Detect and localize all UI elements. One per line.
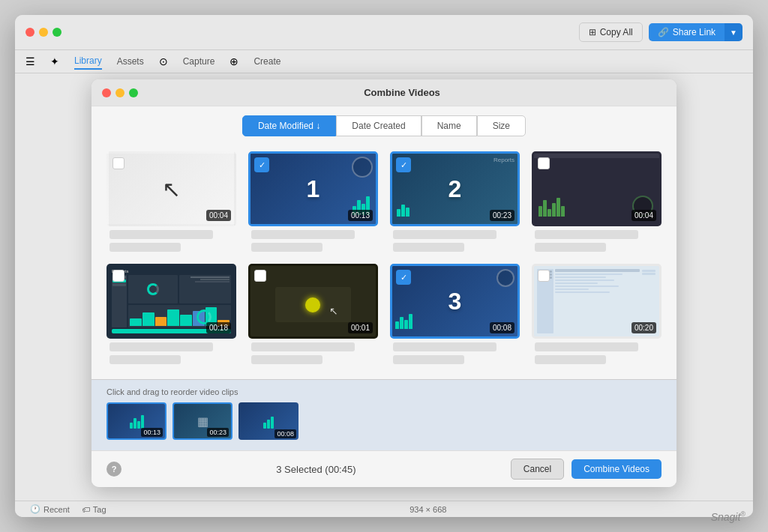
checkbox-8[interactable] — [538, 270, 550, 282]
check-7: ✓ — [396, 270, 411, 285]
selected-info: 3 Selected (00:45) — [129, 464, 503, 475]
share-link-group: 🔗 Share Link ▼ — [649, 23, 742, 41]
sort-tab-date-modified[interactable]: Date Modified ↓ — [242, 115, 336, 136]
list-item: 00:20 — [532, 264, 662, 364]
sort-tabs: Date Modified ↓ Date Created Name Size — [92, 106, 676, 144]
capture-icon[interactable]: ⊙ — [159, 55, 168, 67]
sort-tab-size[interactable]: Size — [477, 115, 526, 136]
link-icon: 🔗 — [658, 27, 669, 37]
close-button[interactable] — [26, 28, 34, 37]
video-sublabel-3 — [393, 243, 464, 252]
video-grid: ↖ 00:04 — [92, 144, 676, 379]
strip-thumb-1[interactable]: 00:13 — [106, 402, 166, 440]
video-sublabel-6 — [251, 355, 322, 364]
main-content: Combine Videos Date Modified ↓ Date Crea… — [15, 73, 753, 501]
list-item: 00:04 — [532, 151, 662, 252]
clock-icon: 🕐 — [30, 504, 40, 514]
check-3: ✓ — [396, 157, 411, 172]
strip-thumb-2[interactable]: ▦ 00:23 — [172, 402, 232, 440]
video-sublabel-5 — [110, 355, 181, 364]
app-window: ⊞ Copy All 🔗 Share Link ▼ ☰ ✦ Library As… — [15, 15, 753, 517]
nav-create[interactable]: Create — [254, 54, 280, 69]
duration-6: 00:01 — [348, 322, 373, 333]
check-2: ✓ — [254, 157, 269, 172]
modal-close[interactable] — [102, 88, 111, 97]
video-label-2 — [251, 230, 355, 239]
video-thumb-3[interactable]: Reports 2 ✓ 00:23 — [390, 151, 520, 226]
video-sublabel-7 — [393, 355, 464, 364]
help-button[interactable]: ? — [106, 462, 122, 477]
list-item: ↖ 00:04 — [106, 151, 236, 252]
strip-duration-1: 00:13 — [141, 428, 163, 437]
selected-thumbs: 00:13 ▦ 00:23 — [106, 402, 662, 440]
list-item: 1 ✓ 00:13 — [248, 151, 378, 252]
checkbox-4[interactable] — [538, 157, 550, 169]
duration-8: 00:20 — [632, 322, 656, 333]
strip-duration-2: 00:23 — [207, 428, 229, 437]
video-label-3 — [393, 230, 496, 239]
duration-4: 00:04 — [632, 210, 656, 221]
duration-2: 00:13 — [348, 210, 373, 221]
number-badge-2: 1 — [307, 175, 320, 203]
list-item: Reports 2 ✓ 00:23 — [390, 151, 520, 252]
video-label-7 — [393, 342, 496, 351]
recent-label: Recent — [44, 505, 70, 514]
video-sublabel-1 — [110, 243, 181, 252]
copy-icon: ⊞ — [589, 27, 596, 37]
combine-videos-button[interactable]: Combine Videos — [572, 459, 662, 479]
nav-library[interactable]: Library — [74, 53, 102, 70]
list-item: Reports — [106, 264, 236, 364]
strip-hint: Click and drag to reorder video clips — [106, 387, 662, 396]
modal-maximize[interactable] — [129, 88, 138, 97]
tag-item[interactable]: 🏷 Tag — [82, 505, 106, 514]
strip-duration-3: 00:08 — [274, 429, 296, 438]
minimize-button[interactable] — [39, 28, 48, 37]
app-bottom-bar: 🕐 Recent 🏷 Tag 934 × 668 — [15, 501, 753, 517]
video-label-8 — [535, 342, 638, 351]
assets-icon[interactable]: ✦ — [50, 55, 59, 67]
video-thumb-6[interactable]: ↖ 00:01 — [248, 264, 378, 339]
modal-minimize[interactable] — [116, 88, 124, 97]
copy-all-button[interactable]: ⊞ Copy All — [579, 22, 643, 42]
share-link-label: Share Link — [673, 27, 716, 37]
nav-capture[interactable]: Capture — [183, 54, 215, 69]
sort-tab-date-created[interactable]: Date Created — [336, 115, 421, 136]
tag-icon: 🏷 — [82, 505, 90, 514]
checkbox-1[interactable] — [112, 157, 124, 169]
strip-thumb-3[interactable]: 00:08 — [238, 402, 298, 440]
video-label-4 — [535, 230, 638, 239]
recent-item[interactable]: 🕐 Recent — [30, 504, 70, 514]
copy-all-label: Copy All — [600, 27, 633, 37]
number-badge-3: 2 — [448, 175, 462, 203]
share-link-dropdown-button[interactable]: ▼ — [724, 23, 742, 41]
modal-title-bar: Combine Videos — [92, 79, 676, 106]
create-icon[interactable]: ⊕ — [230, 55, 238, 67]
video-thumb-5[interactable]: Reports — [106, 264, 236, 339]
nav-bar: ☰ ✦ Library Assets ⊙ Capture ⊕ Create — [15, 50, 753, 73]
number-badge-7: 3 — [448, 288, 462, 315]
video-label-6 — [251, 342, 355, 351]
video-thumb-2[interactable]: 1 ✓ 00:13 — [248, 151, 378, 226]
title-bar: ⊞ Copy All 🔗 Share Link ▼ — [15, 15, 753, 50]
duration-5: 00:18 — [206, 322, 231, 333]
modal-footer: ? 3 Selected (00:45) Cancel Combine Vide… — [92, 450, 676, 487]
maximize-button[interactable] — [52, 28, 62, 37]
nav-assets[interactable]: Assets — [117, 54, 144, 69]
video-thumb-8[interactable]: 00:20 — [532, 264, 662, 339]
video-thumb-4[interactable]: 00:04 — [532, 151, 662, 226]
share-link-button[interactable]: 🔗 Share Link — [649, 23, 724, 41]
video-thumb-1[interactable]: ↖ 00:04 — [106, 151, 236, 226]
traffic-lights — [26, 28, 62, 37]
duration-7: 00:08 — [490, 322, 514, 333]
checkbox-5[interactable] — [112, 270, 124, 282]
combine-videos-modal: Combine Videos Date Modified ↓ Date Crea… — [92, 79, 676, 487]
video-thumb-7[interactable]: 3 ✓ 00:08 — [390, 264, 520, 339]
video-sublabel-8 — [535, 355, 606, 364]
checkbox-6[interactable] — [254, 270, 266, 282]
list-item: ↖ 00:01 — [248, 264, 378, 364]
menu-icon[interactable]: ☰ — [26, 55, 35, 67]
cancel-button[interactable]: Cancel — [511, 459, 564, 480]
sort-tab-name[interactable]: Name — [422, 115, 477, 136]
list-item: 3 ✓ 00:08 — [390, 264, 520, 364]
modal-traffic-lights — [102, 88, 138, 97]
